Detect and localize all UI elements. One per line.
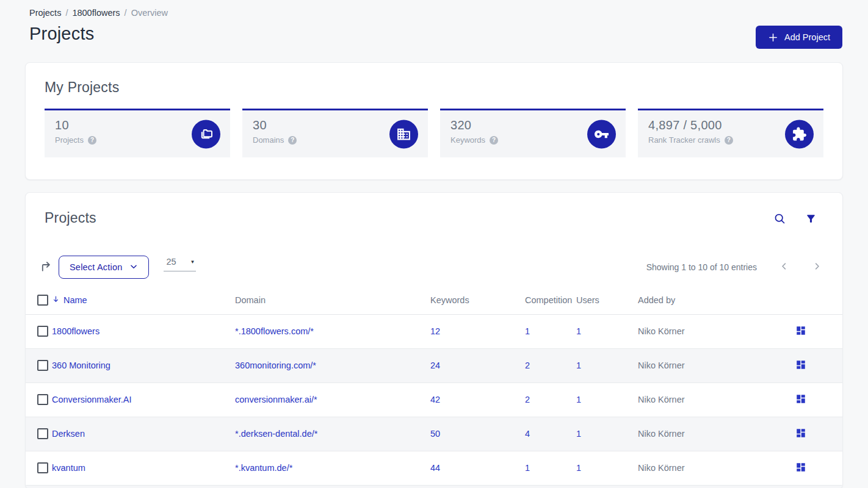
breadcrumb-separator: / bbox=[65, 8, 68, 18]
projects-table: Name Domain Keywords Competition Users A… bbox=[26, 287, 842, 488]
copy-folder-icon bbox=[192, 120, 220, 148]
dashboard-icon[interactable] bbox=[795, 428, 806, 440]
keywords-count-link[interactable]: 50 bbox=[430, 429, 440, 439]
stat-tile-domains: 30 Domains ? bbox=[242, 109, 428, 157]
select-action-dropdown[interactable]: Select Action bbox=[59, 256, 149, 279]
breadcrumb-separator: / bbox=[125, 8, 127, 18]
stat-label: Projects bbox=[55, 135, 84, 145]
row-checkbox[interactable] bbox=[37, 394, 48, 405]
select-all-checkbox[interactable] bbox=[37, 295, 48, 306]
users-count-link[interactable]: 1 bbox=[576, 395, 581, 404]
table-row: Conversionmaker.AI conversionmaker.ai/* … bbox=[26, 382, 842, 417]
stat-label: Domains bbox=[253, 135, 284, 145]
search-icon[interactable] bbox=[773, 212, 786, 227]
dashboard-icon[interactable] bbox=[795, 359, 806, 372]
page: Projects / 1800flowers / Overview Projec… bbox=[0, 0, 868, 488]
row-checkbox[interactable] bbox=[37, 326, 48, 337]
stat-tile-keywords: 320 Keywords ? bbox=[440, 109, 626, 157]
export-arrow-icon[interactable] bbox=[40, 259, 54, 275]
projects-card: Projects Select Action 25 bbox=[25, 192, 843, 488]
column-header-actions bbox=[759, 287, 842, 314]
project-domain-link[interactable]: *.derksen-dental.de/* bbox=[235, 429, 317, 439]
row-checkbox[interactable] bbox=[37, 462, 48, 473]
users-count-link[interactable]: 1 bbox=[576, 429, 581, 439]
competition-count-link[interactable]: 1 bbox=[525, 326, 530, 336]
dashboard-icon[interactable] bbox=[795, 462, 806, 475]
added-by-text: Niko Körner bbox=[638, 348, 759, 382]
help-icon[interactable]: ? bbox=[725, 136, 733, 145]
row-checkbox[interactable] bbox=[37, 428, 48, 439]
stat-tile-projects: 10 Projects ? bbox=[45, 109, 230, 157]
column-header-users[interactable]: Users bbox=[576, 287, 638, 314]
caret-down-icon: ▼ bbox=[190, 259, 195, 265]
project-name-link[interactable]: kvantum bbox=[52, 463, 85, 473]
page-size-value: 25 bbox=[166, 257, 176, 267]
pagination-prev-icon[interactable] bbox=[779, 262, 789, 273]
select-action-label: Select Action bbox=[70, 262, 122, 272]
help-icon[interactable]: ? bbox=[288, 136, 297, 145]
project-domain-link[interactable]: *.kvantum.de/* bbox=[235, 463, 292, 473]
keywords-count-link[interactable]: 24 bbox=[430, 361, 440, 370]
sort-desc-arrow-icon bbox=[52, 295, 60, 305]
table-row bbox=[26, 485, 842, 488]
project-name-link[interactable]: Conversionmaker.AI bbox=[52, 395, 132, 404]
stat-label: Rank Tracker crawls bbox=[648, 135, 720, 145]
column-header-keywords[interactable]: Keywords bbox=[430, 287, 525, 314]
stat-label: Keywords bbox=[450, 135, 485, 145]
users-count-link[interactable]: 1 bbox=[576, 463, 581, 473]
filter-icon[interactable] bbox=[805, 212, 817, 227]
keywords-count-link[interactable]: 44 bbox=[430, 463, 440, 473]
building-icon bbox=[389, 120, 418, 148]
project-domain-link[interactable]: *.1800flowers.com/* bbox=[235, 326, 314, 336]
projects-panel-title: Projects bbox=[45, 210, 96, 226]
page-size-select[interactable]: 25 ▼ bbox=[164, 257, 196, 271]
breadcrumb-projects[interactable]: Projects bbox=[29, 8, 61, 18]
competition-count-link[interactable]: 2 bbox=[525, 395, 530, 404]
add-project-label: Add Project bbox=[784, 32, 830, 42]
help-icon[interactable]: ? bbox=[490, 136, 498, 145]
users-count-link[interactable]: 1 bbox=[576, 361, 581, 370]
help-icon[interactable]: ? bbox=[88, 136, 96, 145]
breadcrumb-overview: Overview bbox=[131, 8, 168, 18]
project-name-link[interactable]: 360 Monitoring bbox=[52, 361, 110, 370]
row-checkbox[interactable] bbox=[37, 360, 48, 371]
column-header-domain[interactable]: Domain bbox=[235, 287, 430, 314]
added-by-text: Niko Körner bbox=[638, 417, 759, 451]
stat-tile-rank-tracker: 4,897 / 5,000 Rank Tracker crawls ? bbox=[638, 109, 823, 157]
added-by-text: Niko Körner bbox=[638, 382, 759, 417]
table-row: 360 Monitoring 360monitoring.com/* 24 2 … bbox=[26, 348, 842, 382]
table-row: kvantum *.kvantum.de/* 44 1 1 Niko Körne… bbox=[26, 451, 842, 485]
project-name-link[interactable]: Derksen bbox=[52, 429, 85, 439]
keywords-count-link[interactable]: 42 bbox=[430, 395, 440, 404]
added-by-text: Niko Körner bbox=[638, 314, 759, 348]
breadcrumb-1800flowers[interactable]: 1800flowers bbox=[72, 8, 120, 18]
competition-count-link[interactable]: 1 bbox=[525, 463, 530, 473]
competition-count-link[interactable]: 2 bbox=[525, 361, 530, 370]
project-domain-link[interactable]: conversionmaker.ai/* bbox=[235, 395, 317, 404]
dashboard-icon[interactable] bbox=[795, 393, 806, 406]
pagination-next-icon[interactable] bbox=[812, 262, 822, 273]
column-header-competition[interactable]: Competition bbox=[525, 287, 576, 314]
table-toolbar: Select Action 25 ▼ Showing 1 to 10 of 10… bbox=[26, 256, 842, 279]
keywords-count-link[interactable]: 12 bbox=[430, 326, 440, 336]
add-project-button[interactable]: Add Project bbox=[756, 26, 842, 49]
users-count-link[interactable]: 1 bbox=[576, 326, 581, 336]
key-icon bbox=[587, 120, 616, 148]
project-domain-link[interactable]: 360monitoring.com/* bbox=[235, 361, 316, 370]
showing-entries-text: Showing 1 to 10 of 10 entries bbox=[646, 262, 757, 272]
stats-grid: 10 Projects ? 30 Domains ? bbox=[45, 109, 823, 157]
project-name-link[interactable]: 1800flowers bbox=[52, 326, 99, 336]
added-by-text: Niko Körner bbox=[638, 451, 759, 485]
puzzle-icon bbox=[785, 120, 814, 148]
column-header-name[interactable]: Name bbox=[52, 295, 235, 305]
competition-count-link[interactable]: 4 bbox=[525, 429, 530, 439]
my-projects-card: My Projects 10 Projects ? 30 Doma bbox=[25, 62, 843, 180]
plus-icon bbox=[768, 32, 778, 43]
dashboard-icon[interactable] bbox=[795, 325, 806, 338]
chevron-down-icon bbox=[129, 262, 138, 273]
table-row: 1800flowers *.1800flowers.com/* 12 1 1 N… bbox=[26, 314, 842, 348]
table-row: Derksen *.derksen-dental.de/* 50 4 1 Nik… bbox=[26, 417, 842, 451]
column-header-added-by[interactable]: Added by bbox=[638, 287, 759, 314]
page-title: Projects bbox=[29, 24, 94, 44]
my-projects-title: My Projects bbox=[45, 79, 823, 96]
